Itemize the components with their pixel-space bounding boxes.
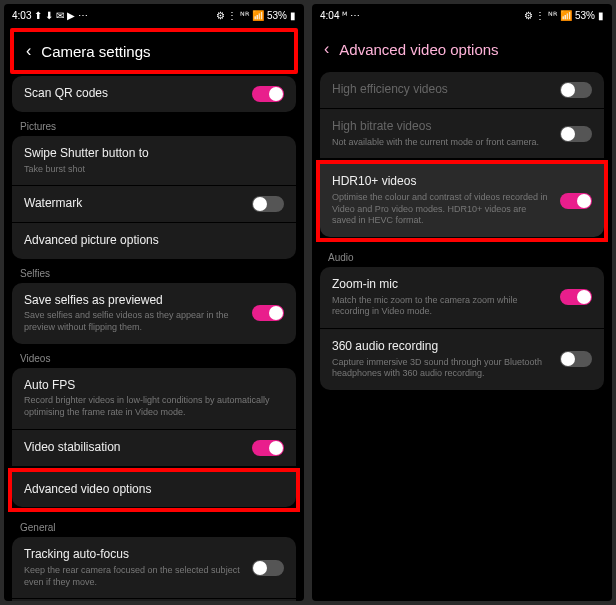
- row-subtitle: Keep the rear camera focused on the sele…: [24, 565, 242, 588]
- status-icons-right: ⚙ ⋮ ᴺᴿ 📶: [216, 10, 264, 21]
- row-title: Advanced picture options: [24, 233, 284, 249]
- section-general: General: [12, 514, 296, 537]
- row-subtitle: Optimise the colour and contrast of vide…: [332, 192, 550, 227]
- row-zoom-mic[interactable]: Zoom-in mic Match the mic zoom to the ca…: [320, 267, 604, 328]
- row-title: Video stabilisation: [24, 440, 242, 456]
- row-swipe-shutter[interactable]: Swipe Shutter button to Take burst shot: [12, 136, 296, 185]
- row-grid-lines[interactable]: Grid lines: [12, 599, 296, 601]
- row-video-stab[interactable]: Video stabilisation: [12, 430, 296, 466]
- status-battery: 53%: [267, 10, 287, 21]
- row-subtitle: Match the mic zoom to the camera zoom wh…: [332, 295, 550, 318]
- status-time: 4:03: [12, 10, 31, 21]
- status-icons-left: ᴹ ⋯: [342, 10, 360, 21]
- toggle-scan-qr[interactable]: [252, 86, 284, 102]
- toggle-watermark[interactable]: [252, 196, 284, 212]
- row-title: Advanced video options: [24, 482, 284, 498]
- row-subtitle: Record brighter videos in low-light cond…: [24, 395, 284, 418]
- highlight-hdr10: HDR10+ videos Optimise the colour and co…: [316, 160, 608, 242]
- section-pictures: Pictures: [12, 113, 296, 136]
- row-high-bitrate: High bitrate videos Not available with t…: [320, 109, 604, 158]
- settings-list[interactable]: Scan QR codes Pictures Swipe Shutter but…: [4, 76, 304, 601]
- row-title: High bitrate videos: [332, 119, 550, 135]
- row-subtitle: Save selfies and selfie videos as they a…: [24, 310, 242, 333]
- row-title: Auto FPS: [24, 378, 284, 394]
- back-icon[interactable]: ‹: [324, 40, 329, 58]
- settings-list[interactable]: High efficiency videos High bitrate vide…: [312, 72, 612, 601]
- row-title: Tracking auto-focus: [24, 547, 242, 563]
- status-battery: 53%: [575, 10, 595, 21]
- row-subtitle: Capture immersive 3D sound through your …: [332, 357, 550, 380]
- row-hdr10[interactable]: HDR10+ videos Optimise the colour and co…: [320, 164, 604, 237]
- status-icons-left: ⬆ ⬇ ✉ ▶ ⋯: [34, 10, 87, 21]
- battery-icon: ▮: [290, 10, 296, 21]
- page-header: ‹ Advanced video options: [312, 26, 612, 72]
- toggle-360-audio[interactable]: [560, 351, 592, 367]
- status-bar: 4:03 ⬆ ⬇ ✉ ▶ ⋯ ⚙ ⋮ ᴺᴿ 📶 53% ▮: [4, 4, 304, 26]
- row-save-selfies[interactable]: Save selfies as previewed Save selfies a…: [12, 283, 296, 344]
- phone-left: 4:03 ⬆ ⬇ ✉ ▶ ⋯ ⚙ ⋮ ᴺᴿ 📶 53% ▮ ‹ Camera s…: [4, 4, 304, 601]
- row-tracking-af[interactable]: Tracking auto-focus Keep the rear camera…: [12, 537, 296, 598]
- toggle-zoom-mic[interactable]: [560, 289, 592, 305]
- toggle-save-selfies[interactable]: [252, 305, 284, 321]
- row-title: High efficiency videos: [332, 82, 550, 98]
- row-scan-qr[interactable]: Scan QR codes: [12, 76, 296, 112]
- status-time: 4:04: [320, 10, 339, 21]
- toggle-video-stab[interactable]: [252, 440, 284, 456]
- row-subtitle: Not available with the current mode or f…: [332, 137, 550, 149]
- row-watermark[interactable]: Watermark: [12, 186, 296, 222]
- toggle-tracking-af[interactable]: [252, 560, 284, 576]
- row-title: 360 audio recording: [332, 339, 550, 355]
- page-title: Camera settings: [41, 43, 150, 60]
- page-title: Advanced video options: [339, 41, 498, 58]
- toggle-hdr10[interactable]: [560, 193, 592, 209]
- row-adv-picture[interactable]: Advanced picture options: [12, 223, 296, 259]
- row-360-audio[interactable]: 360 audio recording Capture immersive 3D…: [320, 329, 604, 390]
- row-high-efficiency[interactable]: High efficiency videos: [320, 72, 604, 108]
- row-title: HDR10+ videos: [332, 174, 550, 190]
- row-subtitle: Take burst shot: [24, 164, 284, 176]
- row-title: Save selfies as previewed: [24, 293, 242, 309]
- battery-icon: ▮: [598, 10, 604, 21]
- section-selfies: Selfies: [12, 260, 296, 283]
- section-audio: Audio: [320, 244, 604, 267]
- row-auto-fps[interactable]: Auto FPS Record brighter videos in low-l…: [12, 368, 296, 429]
- toggle-high-bitrate: [560, 126, 592, 142]
- row-title: Watermark: [24, 196, 242, 212]
- row-title: Swipe Shutter button to: [24, 146, 284, 162]
- phone-right: 4:04 ᴹ ⋯ ⚙ ⋮ ᴺᴿ 📶 53% ▮ ‹ Advanced video…: [312, 4, 612, 601]
- row-title: Zoom-in mic: [332, 277, 550, 293]
- toggle-high-efficiency[interactable]: [560, 82, 592, 98]
- status-icons-right: ⚙ ⋮ ᴺᴿ 📶: [524, 10, 572, 21]
- section-videos: Videos: [12, 345, 296, 368]
- back-icon[interactable]: ‹: [26, 42, 31, 60]
- highlight-adv-video: Advanced video options: [8, 468, 300, 513]
- row-adv-video[interactable]: Advanced video options: [12, 472, 296, 508]
- page-header: ‹ Camera settings: [10, 28, 298, 74]
- status-bar: 4:04 ᴹ ⋯ ⚙ ⋮ ᴺᴿ 📶 53% ▮: [312, 4, 612, 26]
- row-title: Scan QR codes: [24, 86, 242, 102]
